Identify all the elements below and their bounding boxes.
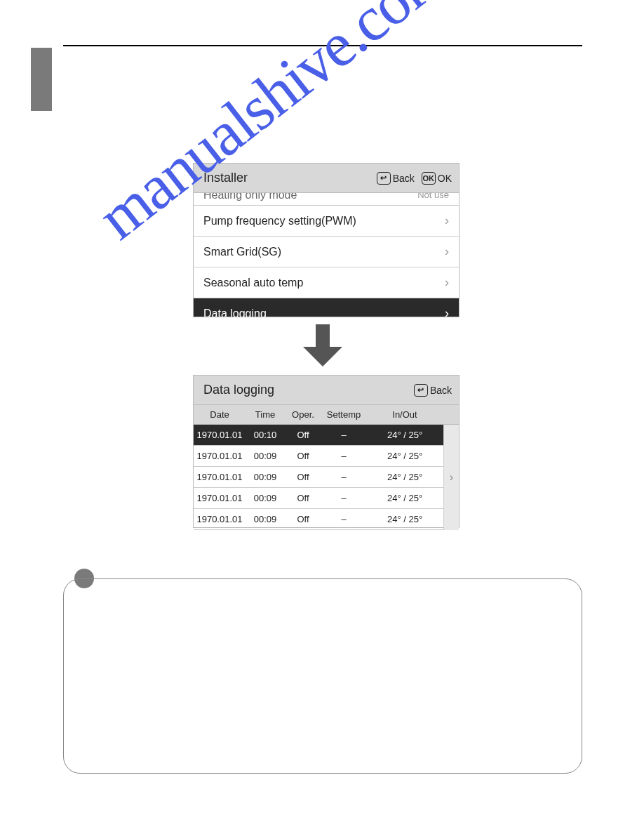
cell-inout: 24° / 25° [366,472,443,482]
sidebar-tab [31,48,52,111]
cell-time: 00:09 [246,493,285,503]
col-time: Time [246,409,285,420]
cell-settemp: – [321,493,366,503]
back-button[interactable]: ↩ Back [377,172,415,185]
menu-item-heating-only[interactable]: Heating only mode Not use [194,193,459,206]
menu-value: Not use [417,193,449,197]
cell-time: 00:09 [246,451,285,461]
chevron-right-icon: › [445,306,449,317]
note-box [63,578,582,774]
cell-settemp: – [321,430,366,440]
cell-time: 00:10 [246,430,285,440]
back-icon: ↩ [414,384,428,397]
cell-inout: 24° / 25° [366,493,443,503]
menu-label: Heating only mode [203,193,297,197]
menu-item-seasonal-auto-temp[interactable]: Seasonal auto temp › [194,267,459,298]
scroll-right-button[interactable]: › [443,425,459,530]
cell-time: 00:09 [246,514,285,524]
cell-inout: 24° / 25° [366,451,443,461]
table-row[interactable]: 1970.01.01 00:09 Off – 24° / 25° [194,488,459,509]
cell-settemp: – [321,451,366,461]
chevron-right-icon: › [445,244,449,259]
cell-settemp: – [321,472,366,482]
back-icon: ↩ [377,172,391,185]
cell-oper: Off [285,451,321,461]
menu-item-pump-frequency[interactable]: Pump frequency setting(PWM) › [194,206,459,237]
cell-date: 1970.01.01 [194,514,246,524]
table-body: 1970.01.01 00:10 Off – 24° / 25° 1970.01… [194,425,459,530]
data-logging-title: Data logging [203,383,407,397]
back-label: Back [430,385,452,396]
ok-button[interactable]: OK OK [422,172,452,185]
menu-label: Smart Grid(SG) [203,246,281,258]
menu-item-smart-grid[interactable]: Smart Grid(SG) › [194,237,459,267]
cell-date: 1970.01.01 [194,430,246,440]
cell-time: 00:09 [246,472,285,482]
installer-title: Installer [203,171,370,185]
table-row[interactable]: 1970.01.01 00:09 Off – 24° / 25° [194,446,459,467]
table-header-row: Date Time Oper. Settemp In/Out [194,405,459,425]
col-oper: Oper. [285,409,321,420]
cell-inout: 24° / 25° [366,430,443,440]
table-row[interactable]: 1970.01.01 00:10 Off – 24° / 25° [194,425,459,446]
menu-label: Seasonal auto temp [203,277,303,289]
cell-date: 1970.01.01 [194,493,246,503]
chevron-right-icon: › [445,275,449,290]
table-row[interactable]: 1970.01.01 00:09 Off – 24° / 25° [194,509,459,530]
top-rule [63,45,582,46]
cell-date: 1970.01.01 [194,472,246,482]
data-logging-header: Data logging ↩ Back [194,376,459,405]
ok-icon: OK [422,172,436,185]
menu-item-data-logging[interactable]: Data logging › [194,298,459,317]
cell-settemp: – [321,514,366,524]
menu-label: Data logging [203,307,267,318]
cell-date: 1970.01.01 [194,451,246,461]
arrow-down-icon [303,324,342,366]
ok-label: OK [438,173,452,184]
back-label: Back [393,173,415,184]
cell-oper: Off [285,472,321,482]
installer-panel: Installer ↩ Back OK OK Heating only mode… [193,163,459,317]
chevron-right-icon: › [445,213,449,228]
table-row[interactable]: 1970.01.01 00:09 Off – 24° / 25° [194,467,459,488]
col-inout: In/Out [366,409,443,420]
menu-label: Pump frequency setting(PWM) [203,215,356,227]
cell-inout: 24° / 25° [366,514,443,524]
cell-oper: Off [285,514,321,524]
col-settemp: Settemp [321,409,366,420]
col-date: Date [194,409,246,420]
cell-oper: Off [285,430,321,440]
data-logging-panel: Data logging ↩ Back Date Time Oper. Sett… [193,375,459,528]
back-button[interactable]: ↩ Back [414,384,452,397]
cell-oper: Off [285,493,321,503]
installer-header: Installer ↩ Back OK OK [194,164,459,193]
